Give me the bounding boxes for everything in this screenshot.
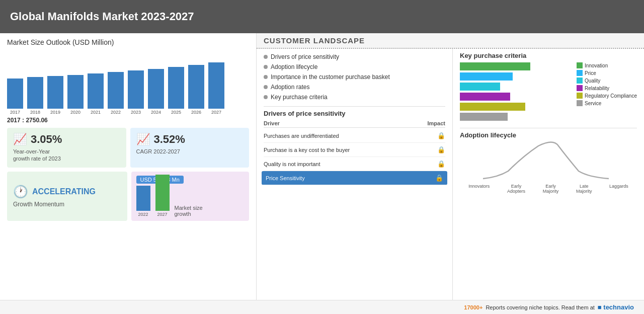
bar-item: 2023 [128,70,144,115]
bar-year-label: 2019 [50,110,60,115]
kpi-yoy-label: Year-over-Yeargrowth rate of 2023 [13,148,120,163]
kpc-legend-label: Quality [585,78,600,84]
cl-nav-text: Adoption lifecycle [271,63,317,70]
bar-year-label: 2020 [70,110,80,115]
footer: 17000+ Reports covering niche topics. Re… [0,300,644,314]
cagr-growth-icon: 📈 [136,133,150,146]
kpc-bar-row [460,113,571,121]
drivers-title: Drivers of price sensitivity [264,110,445,117]
kpc-legend-label: Relatability [585,86,609,91]
market-bar-year: 2022 [138,212,148,217]
driver-rows: Purchases are undifferentiated🔒Purchase … [264,129,445,185]
kpc-bar-row [460,103,571,111]
driver-text: Price Sensitivity [266,175,435,181]
year-value: 2017 : 2750.06 [7,117,249,124]
bar-item: 2024 [148,69,164,115]
bar-item: 2022 [108,72,124,115]
bar-fill [148,69,164,109]
bar-fill [27,77,43,109]
kpi-row: 📈 3.05% Year-over-Yeargrowth rate of 202… [7,128,249,168]
kpc-bar-fill [460,113,508,121]
bar-year-label: 2025 [171,110,181,115]
kpc-bar-row [460,93,571,101]
footer-count: 17000+ [464,304,482,310]
bottom-row: 🕐 ACCELERATING Growth Momentum USD 564.0… [7,172,249,221]
kpc-bar-fill [460,93,510,101]
adoption-curve-svg [460,141,637,181]
kpc-legend-label: Service [585,101,601,106]
kpc-bar-row [460,62,571,70]
footer-text: Reports covering niche topics. Read them… [486,304,594,310]
market-bars: 20222027 [136,187,170,217]
bar-item: 2025 [168,67,184,115]
bar-item: 2019 [47,76,63,115]
kpc-legend-label: Regulatory Compliance [585,93,637,99]
kpi-cagr-percent: 3.52% [154,133,185,146]
cl-nav-items: Drivers of price sensitivityAdoption lif… [264,52,445,102]
market-bar-fill [136,186,150,211]
kpc-bar-fill [460,103,525,111]
kpc-legend-swatch [577,62,583,68]
adoption-label: Laggards [609,184,628,194]
kpc-legend-swatch [577,77,583,84]
kpc-legend: InnovationPriceQualityRelatabilityRegula… [577,62,637,123]
bar-fill [108,72,124,109]
cl-nav-dot [264,65,268,69]
market-bar-item: 2027 [155,175,170,217]
kpc-legend-label: Price [585,70,596,76]
lock-icon: 🔒 [435,174,443,182]
page-title: Global Manifolds Market 2023-2027 [10,10,194,23]
growth-icon: 📈 [13,133,27,146]
cl-nav-item[interactable]: Key purchase criteria [264,92,445,102]
cl-nav-text: Adoption rates [271,84,309,91]
bar-year-label: 2027 [211,110,221,115]
cl-nav-item[interactable]: Drivers of price sensitivity [264,52,445,62]
kpc-bar-fill [460,62,530,70]
market-bar-item: 2022 [136,186,150,217]
cl-middle: Drivers of price sensitivityAdoption lif… [257,49,453,314]
cl-nav-item[interactable]: Importance in the customer purchase bask… [264,72,445,82]
cl-nav-item[interactable]: Adoption rates [264,82,445,92]
lock-icon: 🔒 [437,160,445,168]
driver-row: Quality is not important🔒 [264,157,445,171]
lock-icon: 🔒 [437,146,445,153]
kpc-legend-swatch [577,100,583,106]
kpi-card-cagr: 📈 3.52% CAGR 2022-2027 [130,128,250,168]
speedometer-icon: 🕐 [13,185,28,199]
bar-chart: 2017201820192020202120222023202420252026… [7,50,249,116]
cl-nav-item[interactable]: Adoption lifecycle [264,62,445,72]
cl-nav-dot [264,95,268,99]
bar-fill [208,62,224,109]
market-bar-fill [155,175,170,211]
bar-fill [67,75,84,109]
market-size-card: USD 564.08 Mn 20222027 Market sizegrowth [131,172,250,221]
cl-nav-dot [264,75,268,79]
left-panel: Market Size Outlook (USD Million) 201720… [0,33,257,314]
cl-nav-dot [264,85,268,89]
accelerating-card: 🕐 ACCELERATING Growth Momentum [7,172,127,221]
bar-year-label: 2021 [91,110,101,115]
bar-item: 2017 [7,78,23,115]
driver-row: Purchase is a key cost to the buyer🔒 [264,143,445,157]
bar-year-label: 2026 [191,110,201,115]
adoption-section: Adoption lifecycle InnovatorsEarly Adopt… [460,128,637,191]
bar-fill [168,67,184,109]
kpc-legend-item: Innovation [577,62,637,68]
page-header: Global Manifolds Market 2023-2027 [0,0,644,33]
cl-nav-text: Drivers of price sensitivity [271,53,339,60]
kpc-bar-fill [460,72,513,81]
bar-item: 2026 [188,65,204,115]
adoption-label: Late Majority [576,184,592,194]
bar-fill [47,76,63,109]
adoption-label: Early Adopters [507,184,525,194]
kpc-bar-row [460,83,571,91]
kpc-bar-fill [460,83,500,91]
chart-title: Market Size Outlook (USD Million) [7,38,249,46]
adoption-label: Early Majority [543,184,559,194]
cl-nav-text: Key purchase criteria [271,94,328,101]
kpc-legend-label: Innovation [585,63,608,68]
kpc-legend-swatch [577,70,583,76]
kpc-legend-item: Relatability [577,85,637,91]
bar-year-label: 2023 [131,110,141,115]
market-bar-year: 2027 [157,212,167,217]
